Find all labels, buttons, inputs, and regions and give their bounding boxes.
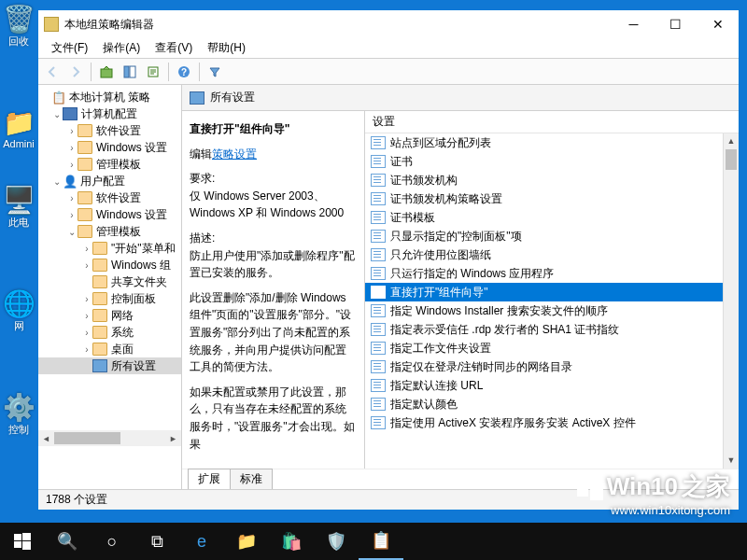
- setting-row[interactable]: 指定工作文件夹设置: [365, 339, 723, 357]
- security-icon[interactable]: 🛡️: [314, 523, 359, 560]
- tree-root[interactable]: 📋本地计算机 策略: [38, 89, 181, 105]
- show-hide-tree-button[interactable]: [120, 62, 140, 82]
- export-list-button[interactable]: [143, 62, 163, 82]
- tree-hscroll[interactable]: ◄ ►: [38, 430, 181, 446]
- forward-button[interactable]: [65, 62, 86, 82]
- tree-all-settings[interactable]: 所有设置: [38, 357, 181, 374]
- policy-item-icon: [371, 174, 386, 187]
- explorer-icon[interactable]: 📁: [224, 523, 269, 560]
- tree-node[interactable]: ›系统: [38, 324, 181, 341]
- edit-policy-link[interactable]: 策略设置: [212, 147, 257, 161]
- watermark: Win10之家 www.win10xitong.com: [577, 470, 730, 517]
- scroll-down[interactable]: ▼: [724, 453, 739, 469]
- up-button[interactable]: [96, 62, 117, 82]
- store-icon[interactable]: 🛍️: [269, 523, 314, 560]
- minimize-button[interactable]: ─: [613, 10, 655, 38]
- setting-row[interactable]: 指定 Windows Installer 搜索安装文件的顺序: [365, 301, 723, 320]
- setting-label: 指定仅在登录/注销时同步的网络目录: [390, 359, 572, 375]
- close-button[interactable]: ✕: [697, 10, 739, 38]
- tree-computer-config[interactable]: ⌄计算机配置: [38, 105, 181, 122]
- tree-admin-templates[interactable]: ⌄管理模板: [38, 223, 181, 240]
- setting-row[interactable]: 证书模板: [365, 208, 723, 227]
- tree-node[interactable]: ›软件设置: [38, 189, 181, 206]
- settings-list[interactable]: 站点到区域分配列表证书证书颁发机构证书颁发机构策略设置证书模板只显示指定的"控制…: [365, 133, 723, 469]
- setting-row[interactable]: 证书颁发机构策略设置: [365, 189, 723, 208]
- scroll-thumb[interactable]: [726, 149, 737, 170]
- tree-node[interactable]: 共享文件夹: [38, 273, 181, 290]
- network-icon[interactable]: 🌐网: [0, 285, 37, 337]
- settings-vscroll[interactable]: ▲ ▼: [723, 133, 739, 469]
- menu-view[interactable]: 查看(V): [148, 40, 200, 56]
- scroll-up[interactable]: ▲: [724, 133, 739, 149]
- help-button[interactable]: ?: [174, 62, 194, 82]
- policy-item-icon: [371, 267, 386, 280]
- main-panel: 所有设置 直接打开"组件向导" 编辑策略设置 要求: 仅 Windows Ser…: [182, 85, 739, 489]
- setting-row[interactable]: 只允许使用位图墙纸: [365, 245, 723, 264]
- policy-item-icon: [371, 342, 386, 355]
- control-panel-icon[interactable]: ⚙️控制: [0, 388, 37, 441]
- this-pc-icon[interactable]: 🖥️此电: [0, 181, 37, 233]
- setting-label: 证书颁发机构策略设置: [390, 191, 502, 207]
- tab-standard[interactable]: 标准: [230, 469, 273, 489]
- tree-node[interactable]: ›Windows 组: [38, 257, 181, 273]
- settings-column-header[interactable]: 设置: [365, 111, 739, 133]
- setting-row[interactable]: 指定表示受信任 .rdp 发行者的 SHA1 证书指纹: [365, 320, 723, 339]
- header-title: 所有设置: [210, 90, 255, 105]
- app-icon: [44, 17, 59, 32]
- folder-icon: [92, 309, 107, 322]
- hscroll-right[interactable]: ►: [165, 434, 181, 443]
- toolbar: ?: [38, 59, 739, 85]
- tree-user-config[interactable]: ⌄👤用户配置: [38, 173, 181, 189]
- network-label: 网: [14, 320, 24, 331]
- menubar: 文件(F) 操作(A) 查看(V) 帮助(H): [38, 38, 739, 59]
- setting-row[interactable]: 只显示指定的"控制面板"项: [365, 227, 723, 245]
- tree-node[interactable]: ›Windows 设置: [38, 206, 181, 223]
- back-button[interactable]: [42, 62, 63, 82]
- tree-node[interactable]: ›控制面板: [38, 290, 181, 307]
- setting-row[interactable]: 站点到区域分配列表: [365, 133, 723, 152]
- edit-policy-line: 编辑策略设置: [190, 146, 357, 163]
- tree-node[interactable]: ›Windows 设置: [38, 139, 181, 156]
- menu-action[interactable]: 操作(A): [95, 40, 148, 56]
- edge-icon[interactable]: e: [179, 523, 224, 560]
- gpedit-window: 本地组策略编辑器 ─ ☐ ✕ 文件(F) 操作(A) 查看(V) 帮助(H) ?…: [37, 9, 740, 511]
- setting-row[interactable]: 指定默认颜色: [365, 395, 723, 413]
- setting-label: 指定默认连接 URL: [390, 378, 483, 394]
- maximize-button[interactable]: ☐: [655, 10, 697, 38]
- setting-row[interactable]: 只运行指定的 Windows 应用程序: [365, 264, 723, 283]
- setting-label: 直接打开"组件向导": [390, 285, 488, 301]
- folder-icon: [78, 208, 92, 221]
- menu-help[interactable]: 帮助(H): [200, 40, 253, 56]
- tree-node[interactable]: ›管理模板: [38, 156, 181, 173]
- setting-row[interactable]: 指定仅在登录/注销时同步的网络目录: [365, 357, 723, 376]
- hscroll-thumb[interactable]: [54, 432, 120, 444]
- tree-node[interactable]: ›桌面: [38, 341, 181, 357]
- tree-panel[interactable]: 📋本地计算机 策略 ⌄计算机配置 ›软件设置 ›Windows 设置 ›管理模板…: [38, 85, 182, 489]
- menu-file[interactable]: 文件(F): [44, 40, 95, 56]
- tab-extended[interactable]: 扩展: [188, 469, 231, 489]
- hscroll-left[interactable]: ◄: [38, 434, 54, 443]
- toolbar-separator-2: [168, 63, 169, 81]
- setting-row[interactable]: 证书: [365, 152, 723, 171]
- svg-rect-8: [577, 487, 588, 497]
- setting-row[interactable]: 证书颁发机构: [365, 171, 723, 189]
- tree-node[interactable]: ›软件设置: [38, 122, 181, 139]
- tree-node[interactable]: ›"开始"菜单和: [38, 240, 181, 257]
- policy-item-icon: [371, 136, 386, 149]
- start-button[interactable]: [0, 523, 45, 560]
- folder-icon: [92, 275, 107, 288]
- gpedit-taskbar-icon[interactable]: 📋: [359, 523, 403, 560]
- policy-icon: 📋: [51, 91, 66, 105]
- task-view-icon[interactable]: ⧉: [134, 523, 179, 560]
- policy-item-icon: [371, 286, 386, 299]
- setting-label: 指定工作文件夹设置: [390, 341, 491, 357]
- search-icon[interactable]: 🔍: [45, 523, 90, 560]
- cortana-icon[interactable]: ○: [90, 523, 134, 560]
- filter-button[interactable]: [204, 62, 225, 82]
- setting-row[interactable]: 直接打开"组件向导": [365, 283, 723, 301]
- setting-row[interactable]: 指定使用 ActiveX 安装程序服务安装 ActiveX 控件: [365, 413, 723, 432]
- recycle-bin-icon[interactable]: 🗑️回收: [0, 0, 37, 52]
- setting-row[interactable]: 指定默认连接 URL: [365, 376, 723, 395]
- tree-node[interactable]: ›网络: [38, 307, 181, 324]
- admin-icon[interactable]: 📁Admini: [0, 104, 37, 153]
